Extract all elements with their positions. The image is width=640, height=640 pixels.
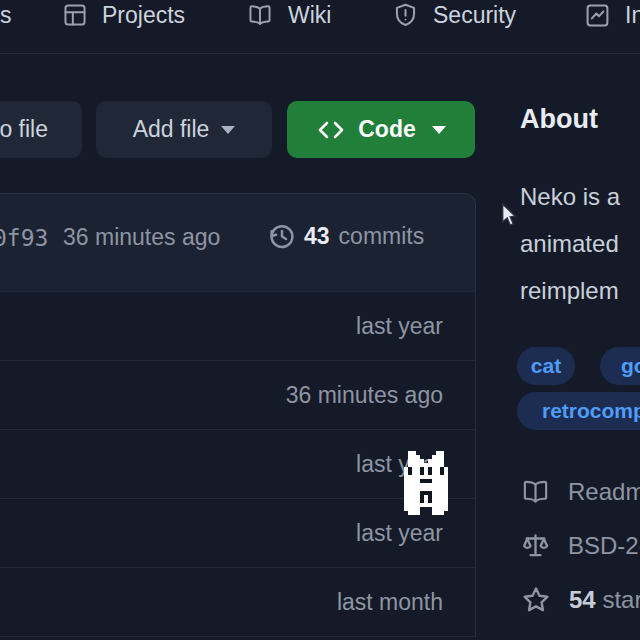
- shield-exclamation-icon: [392, 2, 419, 29]
- nav-item-projects[interactable]: Projects: [62, 0, 185, 30]
- goto-file-label: o file: [0, 116, 48, 143]
- commits-label: commits: [339, 223, 425, 250]
- license-label: BSD-2-Clause license: [568, 532, 640, 560]
- nav-item-security[interactable]: Security: [392, 0, 516, 30]
- mouse-cursor-icon: [501, 203, 517, 227]
- about-description-line: reimplem: [520, 277, 619, 305]
- nav-item-partial-label: s: [0, 2, 12, 29]
- chevron-down-icon: [221, 126, 235, 134]
- about-description-line: animated: [520, 230, 619, 258]
- book-icon: [520, 477, 551, 506]
- stars-count: 54: [569, 586, 596, 613]
- star-icon: [520, 584, 552, 616]
- about-description-line: Neko is a: [520, 183, 620, 211]
- nav-item-wiki[interactable]: Wiki: [246, 0, 331, 30]
- commit-hash[interactable]: 0f93: [0, 225, 48, 251]
- nav-item-projects-label: Projects: [102, 2, 185, 29]
- table-icon: [62, 2, 88, 28]
- readme-link[interactable]: Readme: [520, 477, 640, 506]
- file-updated-time: last year: [356, 313, 443, 340]
- file-updated-time: last month: [337, 589, 443, 616]
- topic-tag-label: go: [621, 354, 640, 378]
- add-file-label: Add file: [133, 116, 210, 143]
- nav-item-partial[interactable]: s: [0, 0, 12, 30]
- law-scales-icon: [520, 530, 551, 561]
- about-heading: About: [520, 104, 598, 135]
- topic-tag-retrocomputing[interactable]: retrocomp: [517, 392, 640, 430]
- table-row[interactable]: last year: [0, 292, 475, 361]
- file-updated-time: 36 minutes ago: [286, 382, 443, 409]
- commit-time: 36 minutes ago: [63, 224, 220, 251]
- nav-item-insights[interactable]: In: [584, 0, 640, 30]
- file-updated-time: last year: [356, 520, 443, 547]
- topic-tag-go[interactable]: go: [600, 347, 640, 385]
- goto-file-button[interactable]: o file: [0, 101, 82, 158]
- graph-icon: [584, 2, 611, 29]
- topic-tag-cat[interactable]: cat: [517, 347, 575, 385]
- stars-link[interactable]: 54 stars: [520, 584, 640, 616]
- table-row[interactable]: last month: [0, 568, 475, 637]
- topic-tag-label: retrocomp: [542, 399, 640, 423]
- chevron-down-icon: [432, 126, 446, 134]
- nav-item-insights-label: In: [625, 2, 640, 29]
- nav-item-security-label: Security: [433, 2, 516, 29]
- nav-item-wiki-label: Wiki: [288, 2, 331, 29]
- license-link[interactable]: BSD-2-Clause license: [520, 530, 640, 561]
- topic-tag-label: cat: [531, 354, 561, 378]
- neko-cat-sprite: [404, 451, 448, 515]
- stars-label: stars: [602, 586, 640, 613]
- commits-link[interactable]: 43 commits: [267, 221, 424, 251]
- nav-divider: [0, 53, 640, 54]
- readme-label: Readme: [568, 478, 640, 506]
- table-row[interactable]: 36 minutes ago: [0, 361, 475, 430]
- commits-count: 43: [304, 223, 330, 250]
- add-file-button[interactable]: Add file: [96, 101, 272, 158]
- commit-bar[interactable]: 0f93 36 minutes ago 43 commits: [0, 193, 476, 292]
- history-clock-icon: [267, 221, 297, 251]
- book-icon: [246, 2, 274, 28]
- code-icon: [316, 119, 346, 141]
- code-label: Code: [358, 116, 416, 143]
- code-button[interactable]: Code: [287, 101, 475, 158]
